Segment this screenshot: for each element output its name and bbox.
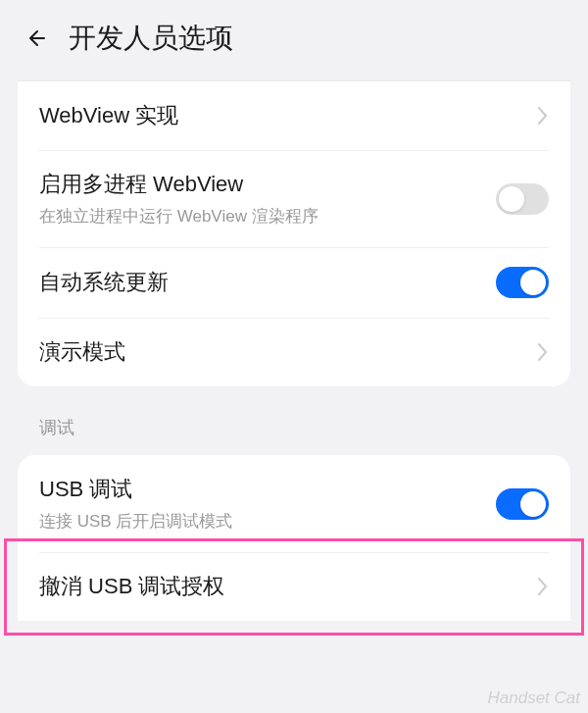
row-webview-impl[interactable]: WebView 实现 — [18, 81, 570, 150]
chevron-right-icon — [537, 342, 549, 362]
settings-group-2: USB 调试 连接 USB 后开启调试模式 撤消 USB 调试授权 — [18, 455, 570, 621]
row-content: USB 调试 连接 USB 后开启调试模式 — [39, 475, 496, 533]
row-title: 启用多进程 WebView — [39, 170, 496, 199]
page-title: 开发人员选项 — [69, 20, 233, 57]
row-revoke-usb-auth[interactable]: 撤消 USB 调试授权 — [18, 552, 570, 621]
row-title: USB 调试 — [39, 475, 496, 504]
settings-group-1: WebView 实现 启用多进程 WebView 在独立进程中运行 WebVie… — [18, 80, 570, 386]
toggle-auto-system-update[interactable] — [496, 267, 549, 298]
row-usb-debugging[interactable]: USB 调试 连接 USB 后开启调试模式 — [18, 455, 570, 552]
watermark: Handset Cat — [488, 688, 581, 708]
row-demo-mode[interactable]: 演示模式 — [18, 318, 570, 386]
toggle-knob — [499, 186, 524, 212]
row-title: 撤消 USB 调试授权 — [39, 572, 537, 601]
row-content: 撤消 USB 调试授权 — [39, 572, 537, 601]
back-button[interactable] — [24, 25, 51, 52]
row-content: 启用多进程 WebView 在独立进程中运行 WebView 渲染程序 — [39, 170, 496, 228]
row-title: 演示模式 — [39, 337, 537, 367]
toggle-knob — [520, 491, 546, 517]
row-content: 演示模式 — [39, 337, 537, 367]
row-content: WebView 实现 — [39, 101, 537, 130]
row-subtitle: 在独立进程中运行 WebView 渲染程序 — [39, 205, 496, 228]
section-label-debug: 调试 — [0, 396, 588, 445]
toggle-usb-debugging[interactable] — [496, 488, 549, 520]
row-multiprocess-webview[interactable]: 启用多进程 WebView 在独立进程中运行 WebView 渲染程序 — [18, 150, 570, 247]
header: 开发人员选项 — [0, 0, 588, 73]
toggle-knob — [520, 270, 546, 295]
row-title: 自动系统更新 — [39, 268, 496, 297]
row-subtitle: 连接 USB 后开启调试模式 — [39, 510, 496, 533]
row-auto-system-update[interactable]: 自动系统更新 — [18, 247, 570, 318]
toggle-multiprocess-webview[interactable] — [496, 183, 549, 215]
row-content: 自动系统更新 — [39, 268, 496, 297]
chevron-right-icon — [537, 106, 549, 126]
back-arrow-icon — [25, 26, 49, 50]
chevron-right-icon — [537, 577, 549, 596]
row-title: WebView 实现 — [39, 101, 537, 130]
